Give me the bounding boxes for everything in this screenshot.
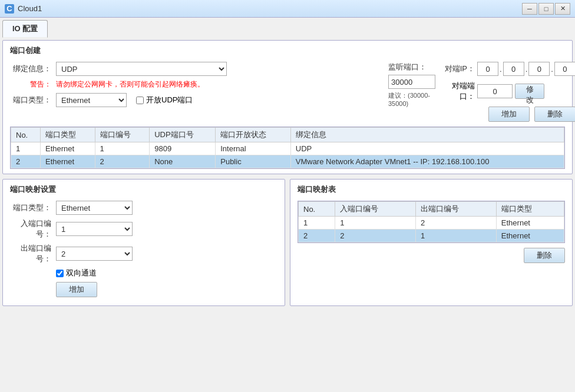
listen-port-label: 监听端口： (388, 62, 435, 72)
mcol-in: 入端口编号 (335, 202, 416, 217)
hint-text: 建议：(30000-35000) (388, 91, 435, 107)
delete-button[interactable]: 删除 (534, 107, 575, 122)
cell-num: 2 (95, 155, 150, 168)
table-row[interactable]: 2 Ethernet 2 None Public VMware Network … (11, 155, 564, 168)
mapping-add-button[interactable]: 增加 (56, 282, 97, 297)
in-port-row: 入端口编号： 1 2 (10, 218, 277, 240)
listen-port-input[interactable]: 30000 (388, 75, 435, 89)
content-area: 端口创建 绑定信息： UDP TCP VMware Network Adapte… (2, 40, 573, 311)
port-mapping-table-section: 端口映射表 No. 入端口编号 出端口编号 端口类型 1 (290, 179, 573, 306)
bidirectional-row: 双向通道 (10, 268, 277, 278)
in-port-label: 入端口编号： (10, 218, 51, 240)
bidirectional-checkbox[interactable] (56, 270, 64, 277)
minimize-button[interactable]: ─ (522, 3, 537, 15)
table-row[interactable]: 1 Ethernet 1 9809 Internal UDP (11, 142, 564, 155)
mcol-type: 端口类型 (496, 202, 564, 217)
mcol-out: 出端口编号 (415, 202, 496, 217)
main-content: IO 配置 端口创建 绑定信息： UDP TCP VMware Network … (0, 18, 575, 392)
port-creation-title: 端口创建 (10, 45, 565, 56)
ip-box-3[interactable] (528, 62, 550, 76)
udp-checkbox[interactable] (136, 97, 144, 104)
window-controls: ─ □ ✕ (522, 3, 570, 15)
udp-label: 开放UDP端口 (146, 95, 193, 105)
in-port-select[interactable]: 1 2 (56, 222, 133, 236)
port-type-select[interactable]: Ethernet (56, 93, 127, 107)
mapping-settings-title: 端口映射设置 (10, 184, 277, 195)
cell-type: Ethernet (40, 142, 95, 155)
peer-section: 对端IP： . . . (442, 62, 575, 122)
creation-left: 绑定信息： UDP TCP VMware Network Adapter VMn… (10, 62, 379, 122)
modify-button[interactable]: 修改 (515, 84, 544, 99)
col-no: No. (11, 128, 41, 142)
cell-out: 2 (415, 217, 496, 230)
app-title: Cloud1 (18, 4, 42, 13)
bind-select[interactable]: UDP TCP VMware Network Adapter VMnet1 (56, 62, 227, 76)
table-row[interactable]: 1 1 2 Ethernet (299, 217, 564, 230)
cell-in: 1 (335, 217, 416, 230)
maximize-button[interactable]: □ (538, 3, 554, 15)
cell-no: 2 (11, 155, 41, 168)
col-status: 端口开放状态 (216, 128, 291, 142)
port-creation-section: 端口创建 绑定信息： UDP TCP VMware Network Adapte… (2, 40, 573, 174)
cell-bind: VMware Network Adapter VMnet1 -- IP: 192… (290, 155, 564, 168)
port-type-row: 端口类型： Ethernet 开放UDP端口 (10, 93, 379, 107)
mapping-table: No. 入端口编号 出端口编号 端口类型 1 1 2 Ethernet 2 2 … (298, 201, 564, 242)
cell-status: Public (216, 155, 291, 168)
cell-num: 1 (95, 142, 150, 155)
close-button[interactable]: ✕ (555, 3, 570, 15)
mcol-no: No. (299, 202, 335, 217)
creation-layout: 绑定信息： UDP TCP VMware Network Adapter VMn… (10, 62, 565, 122)
title-bar: C Cloud1 ─ □ ✕ (0, 0, 575, 18)
col-bind: 绑定信息 (290, 128, 564, 142)
ip-box-1[interactable] (477, 62, 498, 76)
monitor-section: 监听端口： 30000 建议：(30000-35000) (388, 62, 435, 122)
mapping-type-select[interactable]: Ethernet (56, 201, 133, 215)
tab-bar: IO 配置 (2, 20, 573, 38)
out-port-row: 出端口编号： 1 2 (10, 243, 277, 264)
ip-box-4[interactable] (554, 62, 575, 76)
peer-ip-label: 对端IP： (442, 64, 475, 74)
cell-type: Ethernet (496, 230, 564, 242)
out-port-select[interactable]: 1 2 (56, 247, 133, 261)
bind-info-row: 绑定信息： UDP TCP VMware Network Adapter VMn… (10, 62, 379, 76)
port-table: No. 端口类型 端口编号 UDP端口号 端口开放状态 绑定信息 1 Ether… (11, 127, 564, 168)
port-mapping-settings-section: 端口映射设置 端口类型： Ethernet 入端口编号： 1 2 出端口编号： (2, 179, 285, 306)
cell-bind: UDP (290, 142, 564, 155)
cell-udp: 9809 (150, 142, 216, 155)
udp-checkbox-row: 开放UDP端口 (136, 95, 193, 105)
mapping-type-label: 端口类型： (10, 202, 51, 213)
out-port-label: 出端口编号： (10, 243, 51, 264)
ip-box-2[interactable] (503, 62, 524, 76)
peer-port-label: 对端端口： (442, 81, 475, 102)
mapping-table-title: 端口映射表 (298, 184, 565, 195)
tab-io[interactable]: IO 配置 (2, 20, 48, 38)
cell-udp: None (150, 155, 216, 168)
bind-label: 绑定信息： (10, 64, 51, 74)
cell-out: 1 (415, 230, 496, 242)
app-icon: C (5, 4, 14, 14)
mapping-add-row: 增加 (10, 282, 277, 297)
add-button[interactable]: 增加 (488, 107, 530, 122)
title-bar-left: C Cloud1 (5, 4, 42, 14)
cell-no: 1 (299, 217, 335, 230)
col-udp: UDP端口号 (150, 128, 216, 142)
mapping-type-row: 端口类型： Ethernet (10, 201, 277, 215)
mapping-delete-button[interactable]: 删除 (524, 248, 565, 263)
port-type-label: 端口类型： (10, 95, 51, 105)
table-row[interactable]: 2 2 1 Ethernet (299, 230, 564, 242)
peer-port-input[interactable] (477, 84, 513, 98)
warning-label: 警告： (10, 79, 51, 89)
bidirectional-label: 双向通道 (66, 268, 97, 278)
peer-ip-row: 对端IP： . . . (442, 62, 575, 76)
cell-in: 2 (335, 230, 416, 242)
col-num: 端口编号 (95, 128, 150, 142)
peer-port-row: 对端端口： 修改 (442, 81, 575, 102)
cell-no: 1 (11, 142, 41, 155)
port-table-container: No. 端口类型 端口编号 UDP端口号 端口开放状态 绑定信息 1 Ether… (10, 127, 565, 169)
creation-right: 监听端口： 30000 建议：(30000-35000) 对端IP： (388, 62, 565, 122)
warning-row: 警告： 请勿绑定公网网卡，否则可能会引起网络瘫痪。 (10, 79, 379, 89)
cell-type: Ethernet (496, 217, 564, 230)
warning-text: 请勿绑定公网网卡，否则可能会引起网络瘫痪。 (56, 79, 204, 89)
cell-no: 2 (299, 230, 335, 242)
bottom-row: 端口映射设置 端口类型： Ethernet 入端口编号： 1 2 出端口编号： (2, 179, 573, 311)
